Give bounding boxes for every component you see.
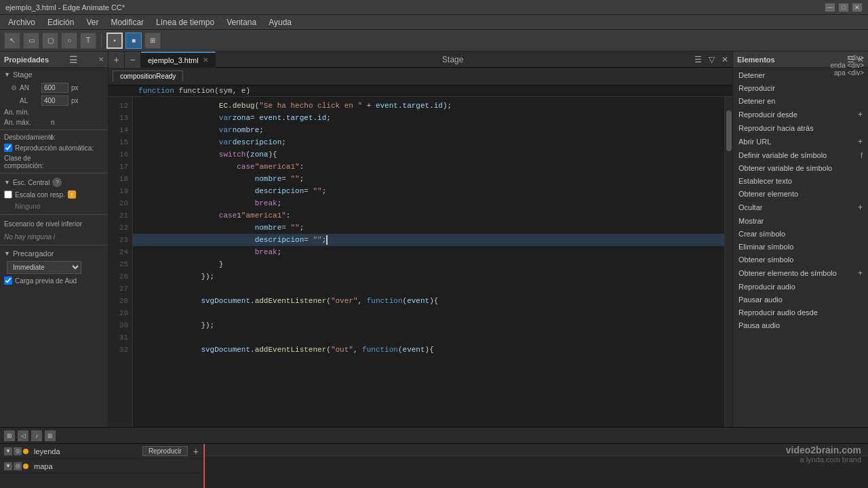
line-num-15: 15 [108,136,132,148]
menu-modificar[interactable]: Modificar [105,16,149,28]
code-line-25[interactable]: } [133,258,724,270]
track-mapa-eye-icon[interactable]: ◎ [14,462,22,470]
tool-ellipse[interactable]: ○ [61,33,77,49]
action-pausa-audio[interactable]: Pausa audio [733,319,868,332]
branding-line2: a lynda.com brand [786,455,861,464]
properties-options[interactable]: ☰ [69,54,78,65]
comp-ready-tab[interactable]: compositionReady [113,70,183,82]
stage-collapse[interactable]: ▽ [706,55,717,64]
action-crear-simbolo[interactable]: Crear símbolo [733,228,868,241]
code-line-26[interactable]: }); [133,270,724,283]
action-eliminar-simbolo[interactable]: Eliminar símbolo [733,241,868,253]
al-value-input[interactable] [41,96,68,106]
playhead[interactable] [203,444,205,488]
code-line-28[interactable]: svgDocument.addEventListener("over", fun… [133,295,724,307]
track-leyenda: ▼ ◎ leyenda Reproducir + [0,444,203,459]
action-obtener-elem-label: Obtener elemento [738,190,798,198]
code-line-14[interactable]: var nombre; [133,124,724,136]
tool-rect[interactable]: ▭ [23,33,39,49]
line-num-21: 21 [108,209,132,222]
track-eye-icon[interactable]: ◎ [14,447,22,455]
maximize-btn[interactable]: □ [838,3,849,12]
code-line-20[interactable]: break; [133,197,724,209]
immediate-select[interactable]: Immediate [7,261,81,274]
action-establecer-texto-label: Establecer texto [738,177,792,185]
code-line-27[interactable] [133,283,724,295]
action-reproducir-desde[interactable]: Reproducir desde + [733,108,868,122]
tab-minus-button[interactable]: − [125,52,141,68]
action-obtener-var[interactable]: Obtener variable de símbolo [733,162,868,175]
code-line-30[interactable]: }); [133,319,724,331]
action-reproducir-desde-plus: + [858,110,863,119]
code-line-31[interactable] [133,331,724,344]
tool-fill-rounded[interactable]: ■ [125,33,142,49]
timeline-filter-icon[interactable]: ⊞ [4,430,15,441]
tool-text[interactable]: T [80,33,96,49]
help-icon[interactable]: ? [52,178,62,187]
class-row: Clase de composición: [0,153,108,171]
action-reproducir[interactable]: Reproducir [733,82,868,95]
line-num-17: 17 [108,161,132,173]
precargador-label-row[interactable]: ▼ Precargador [4,249,104,258]
action-obtener-elem-simbolo[interactable]: Obtener elemento de símbolo + [733,266,868,281]
action-abrir-url[interactable]: Abrir URL + [733,135,868,149]
scale-checkbox[interactable] [4,190,12,199]
action-reproducir-audio-desde[interactable]: Reproducir audio desde [733,306,868,319]
timeline-grid-icon[interactable]: ⊞ [45,430,56,441]
track-plus-icon[interactable]: + [193,446,199,457]
tool-fill-rect[interactable]: ▪ [106,33,123,49]
title-bar-controls[interactable]: — □ ✕ [825,3,863,12]
carga-checkbox[interactable] [4,277,12,285]
properties-close[interactable]: ✕ [98,56,104,63]
track-mapa-expand-icon[interactable]: ▼ [4,462,12,470]
action-establecer-texto[interactable]: Establecer texto [733,175,868,188]
action-ocultar[interactable]: Ocultar + [733,201,868,215]
code-line-24[interactable]: break; [133,246,724,258]
action-mostrar[interactable]: Mostrar [733,215,868,228]
code-line-29[interactable] [133,307,724,319]
an-value-input[interactable] [41,83,68,93]
close-btn[interactable]: ✕ [852,3,863,12]
track-expand-icon[interactable]: ▼ [4,447,12,455]
esc-central-row[interactable]: ▼ Esc. Central ? [0,176,108,189]
code-line-13[interactable]: var zona = event.target.id; [133,112,724,124]
action-reproducir-atras[interactable]: Reproducir hacia atrás [733,122,868,135]
menu-ver[interactable]: Ver [81,16,104,28]
action-definir-var[interactable]: Definir variable de símbolo f [733,149,868,162]
menu-edicion[interactable]: Edición [42,16,79,28]
code-line-32[interactable]: svgDocument.addEventListener("out", func… [133,344,724,356]
scroll-thumb[interactable] [726,110,732,151]
menu-linea[interactable]: Línea de tiempo [151,16,220,28]
timeline-content-area[interactable] [203,444,868,488]
properties-title: Propiedades [4,56,49,64]
tool-select[interactable]: ↖ [4,33,20,49]
tab-add-button[interactable]: + [108,52,125,68]
action-detener-en[interactable]: Detener en [733,95,868,108]
tab-ejemplo[interactable]: ejemplo_3.html ✕ [141,52,216,68]
an-unit: px [71,84,79,92]
line-num-26: 26 [108,270,132,283]
tab-ejemplo-close[interactable]: ✕ [203,56,208,64]
reproducir-button[interactable]: Reproducir [142,446,188,456]
action-pausar-audio[interactable]: Pausar audio [733,293,868,306]
code-line-15[interactable]: var descripcion; [133,136,724,148]
minimize-btn[interactable]: — [825,3,835,12]
stage-label[interactable]: ▼ Stage [4,70,104,79]
action-obtener-elem[interactable]: Obtener elemento [733,188,868,201]
code-line-12[interactable]: EC.debug("Se ha hecho click en " + event… [133,100,724,112]
timeline-audio-icon[interactable]: ♪ [31,430,42,441]
warning-icon: ! [68,190,76,199]
stage-options[interactable]: ☰ [690,55,706,64]
menu-ventana[interactable]: Ventana [221,16,262,28]
autoplay-checkbox[interactable] [4,144,12,152]
menu-archivo[interactable]: Archivo [3,16,41,28]
menu-ayuda[interactable]: Ayuda [263,16,297,28]
scenario-row: Escenario de nivel inferior [0,217,108,230]
stage-close[interactable]: ✕ [717,55,732,64]
tool-rounded-rect[interactable]: ▢ [42,33,58,49]
action-obtener-simbolo-label: Obtener símbolo [738,256,793,264]
tool-image[interactable]: ⊞ [144,33,161,49]
timeline-back-icon[interactable]: ◁ [18,430,28,441]
action-reproducir-audio[interactable]: Reproducir audio [733,281,868,293]
action-obtener-simbolo[interactable]: Obtener símbolo [733,253,868,266]
